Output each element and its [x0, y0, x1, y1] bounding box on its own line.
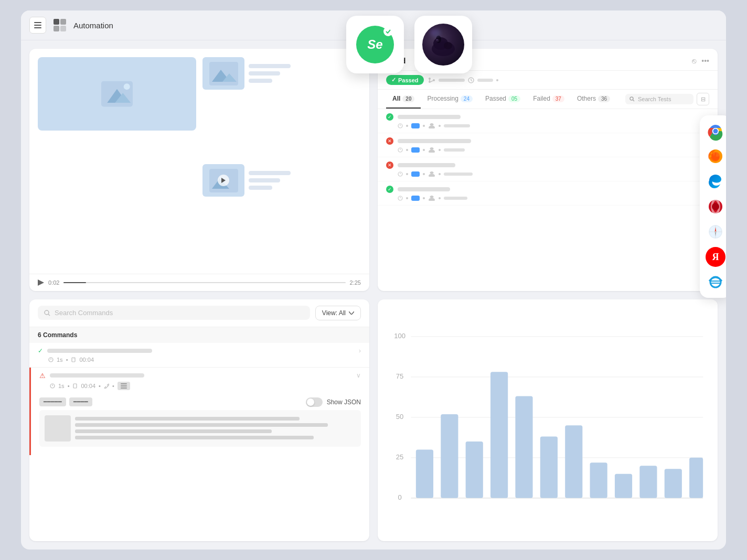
table-row: ✕ — [378, 133, 718, 157]
badge-icon — [118, 382, 130, 390]
opera-icon — [705, 196, 726, 217]
status-fail-icon: ✕ — [386, 137, 393, 145]
capybara-card — [414, 16, 472, 73]
filter-button[interactable]: ⊟ — [697, 93, 709, 105]
tab-failed-label: Failed — [533, 95, 550, 102]
show-json-toggle[interactable] — [306, 397, 323, 407]
view-all-button[interactable]: View: All — [315, 306, 361, 320]
edge-browser-icon[interactable] — [705, 171, 726, 192]
passed-badge: ✓ Passed — [386, 75, 424, 85]
chevron-down-icon — [349, 311, 354, 315]
clock-icon-small — [398, 147, 403, 153]
search-tests-box[interactable]: Search Tests — [625, 94, 693, 104]
browser-badge-blue — [411, 196, 420, 201]
command-name-bar — [47, 349, 152, 353]
safari-icon — [705, 221, 726, 242]
browser-badge-blue — [411, 171, 420, 177]
bar-11 — [665, 469, 682, 498]
yandex-browser-icon[interactable]: Я — [705, 246, 726, 267]
tab-passed[interactable]: Passed 05 — [479, 90, 527, 109]
dot-sep: • — [99, 383, 101, 389]
clock-icon-cmd — [48, 357, 54, 362]
share-icon[interactable]: ⎋ — [692, 57, 696, 65]
selenium-check — [383, 27, 393, 36]
chevron-right-icon[interactable]: › — [359, 347, 361, 354]
menu-button[interactable] — [29, 17, 46, 34]
media-card: 0:02 2:25 — [29, 49, 369, 291]
svg-point-19 — [429, 81, 431, 83]
chevron-down-icon[interactable]: ∨ — [356, 372, 361, 379]
tab-failed[interactable]: Failed 37 — [527, 90, 571, 109]
ie-browser-icon[interactable] — [705, 272, 726, 293]
bar-4 — [490, 372, 508, 498]
svg-point-64 — [712, 203, 719, 210]
clock-icon-small — [398, 196, 403, 201]
meta-dot — [439, 149, 441, 151]
svg-marker-17 — [38, 279, 44, 286]
capybara-image — [422, 24, 464, 66]
play-button-overlay[interactable] — [218, 175, 229, 186]
meta-dot — [406, 173, 408, 175]
opera-browser-icon[interactable] — [705, 196, 726, 217]
svg-marker-16 — [221, 178, 226, 183]
test-meta — [386, 171, 709, 177]
test-name-bar — [398, 163, 455, 167]
meta-dot — [496, 79, 498, 81]
chart-card: 100 75 50 25 0 — [378, 299, 718, 542]
svg-point-50 — [444, 42, 452, 49]
test-meta — [386, 123, 709, 128]
preview-line — [75, 417, 300, 421]
more-icon[interactable]: ••• — [701, 57, 709, 65]
tab-all[interactable]: All 20 — [386, 90, 421, 109]
svg-point-26 — [630, 97, 633, 100]
meta-dot — [439, 173, 441, 175]
selenium-label: Se — [367, 37, 382, 52]
firefox-browser-icon[interactable] — [705, 146, 726, 167]
svg-rect-47 — [121, 387, 127, 389]
play-icon[interactable] — [38, 279, 44, 286]
tab-others[interactable]: Others 36 — [571, 90, 616, 109]
show-json-label: Show JSON — [327, 399, 361, 406]
safari-browser-icon[interactable] — [705, 221, 726, 242]
apple-icon — [428, 123, 435, 128]
content-grid: 0:02 2:25 Build ⎋ ••• ✓ Passed — [21, 40, 726, 550]
bar-8 — [590, 462, 607, 498]
search-commands-placeholder: Search Commands — [55, 309, 113, 317]
bar-2 — [441, 414, 458, 498]
error-tab-1[interactable]: ━━━━━ — [39, 397, 66, 406]
dot-line — [477, 79, 493, 82]
media-content — [29, 49, 369, 274]
test-meta — [386, 195, 709, 201]
commands-count: 6 Commands — [29, 327, 369, 343]
browser-sidebar: Я — [700, 115, 726, 298]
bar-5 — [515, 396, 532, 498]
svg-rect-2 — [34, 27, 41, 28]
dot-line — [439, 79, 465, 82]
apple-icon — [428, 195, 435, 201]
timer-icon-cmd-2 — [72, 383, 78, 389]
media-top-right — [202, 57, 361, 90]
svg-point-36 — [45, 310, 49, 315]
tab-search-area: Search Tests ⊟ — [616, 90, 709, 109]
cmd-time-2: 1s — [58, 383, 65, 389]
svg-point-52 — [436, 39, 439, 42]
bar-3 — [466, 441, 483, 498]
tab-processing[interactable]: Processing 24 — [421, 90, 479, 109]
chrome-browser-icon[interactable] — [705, 121, 726, 142]
dot-sep: • — [66, 357, 68, 363]
error-tab-2[interactable]: ━━━━ — [69, 397, 92, 406]
svg-rect-3 — [54, 19, 59, 25]
meta-dot — [423, 173, 425, 175]
table-row: ✓ — [378, 109, 718, 133]
main-window: Automation — [21, 10, 726, 550]
command-item-2-error: ⚠ ∨ 1s • 00:04 • • — [29, 368, 369, 455]
cmd-duration: 00:04 — [79, 357, 94, 363]
svg-rect-0 — [34, 22, 41, 23]
search-commands-input[interactable]: Search Commands — [38, 306, 310, 320]
svg-rect-40 — [72, 358, 75, 362]
text-line — [249, 64, 291, 68]
progress-fill — [63, 282, 86, 283]
test-detail-bar — [444, 124, 470, 127]
preview-thumbnail — [45, 415, 71, 441]
progress-bar[interactable] — [63, 282, 345, 283]
